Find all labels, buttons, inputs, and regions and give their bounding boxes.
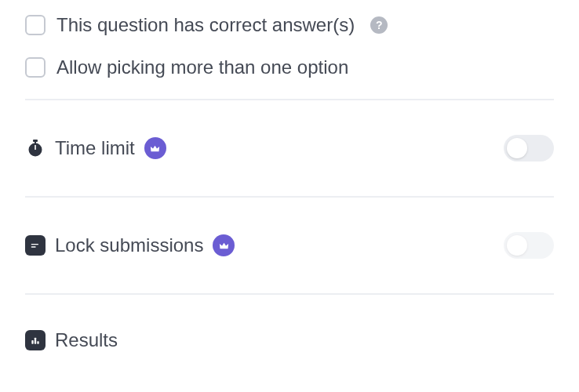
multiple-options-checkbox[interactable] bbox=[25, 57, 46, 78]
results-section: Results bbox=[25, 301, 554, 367]
lock-submissions-label: Lock submissions bbox=[55, 234, 203, 256]
time-limit-label: Time limit bbox=[55, 137, 135, 159]
stopwatch-icon bbox=[25, 138, 46, 158]
svg-rect-8 bbox=[37, 341, 38, 343]
time-limit-section: Time limit bbox=[25, 107, 554, 190]
correct-answers-option: This question has correct answer(s) ? bbox=[25, 14, 554, 36]
multiple-options-option: Allow picking more than one option bbox=[25, 56, 554, 78]
crown-icon bbox=[144, 137, 166, 159]
bar-chart-icon bbox=[25, 330, 46, 350]
message-icon bbox=[25, 235, 46, 256]
correct-answers-label: This question has correct answer(s) bbox=[56, 14, 355, 36]
svg-rect-3 bbox=[35, 145, 36, 150]
lock-submissions-toggle[interactable] bbox=[504, 232, 554, 259]
divider bbox=[25, 293, 554, 295]
multiple-options-label: Allow picking more than one option bbox=[56, 56, 348, 78]
results-label: Results bbox=[55, 329, 118, 351]
time-limit-toggle[interactable] bbox=[504, 135, 554, 162]
svg-rect-6 bbox=[31, 340, 33, 344]
correct-answers-checkbox[interactable] bbox=[25, 15, 46, 35]
crown-icon bbox=[213, 234, 235, 256]
svg-rect-4 bbox=[31, 244, 38, 245]
divider bbox=[25, 99, 554, 100]
svg-rect-7 bbox=[35, 338, 36, 344]
lock-submissions-section: Lock submissions bbox=[25, 204, 554, 287]
svg-rect-5 bbox=[31, 246, 36, 247]
divider bbox=[25, 196, 554, 198]
help-icon[interactable]: ? bbox=[370, 16, 388, 34]
